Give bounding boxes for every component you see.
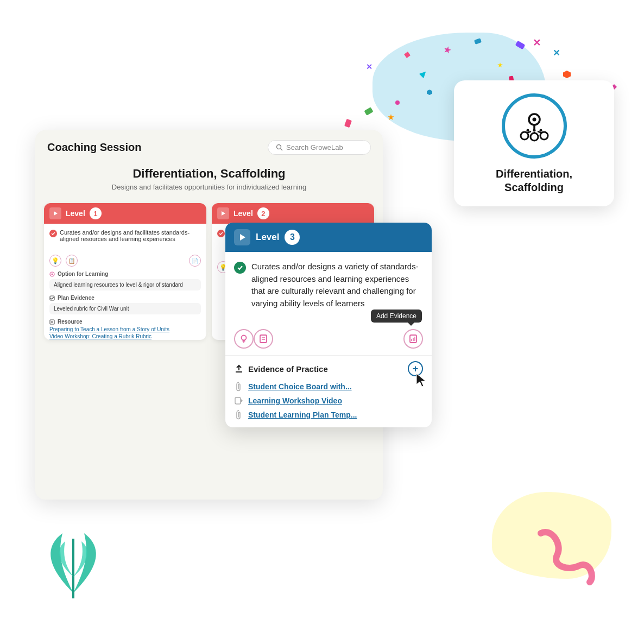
level1-check: Curates and/or designs and facilitates s… (49, 229, 201, 242)
svg-marker-2 (54, 211, 58, 216)
level2-header: Level 2 (212, 203, 374, 224)
svg-line-32 (538, 131, 542, 133)
svg-rect-6 (50, 320, 54, 324)
attachment-icon-2 (234, 410, 244, 420)
search-icon (276, 144, 283, 151)
svg-marker-22 (416, 374, 426, 387)
skill-subtitle: Designs and facilitates opportunities fo… (52, 183, 367, 191)
svg-point-34 (533, 129, 535, 132)
level1-icon-row: 💡 📋 📄 (44, 250, 206, 269)
skill-card: Differentiation, Scaffolding (454, 80, 614, 206)
evidence-link-2[interactable]: Learning Workshop Video (248, 396, 342, 405)
plan-label-l1: Plan Evidence (44, 293, 206, 302)
coaching-header: Coaching Session Search GroweLab (35, 130, 383, 161)
level1-card: Level 1 Curates and/or designs and facil… (44, 203, 206, 340)
svg-rect-23 (235, 397, 241, 404)
coaching-title: Coaching Session (47, 141, 141, 154)
svg-point-4 (52, 273, 53, 275)
level1-label: Level (66, 209, 85, 218)
play-icon-level3 (234, 229, 250, 245)
file-icon-l1: 📄 (189, 255, 201, 267)
option-value-l1: Aligned learning resources to level & ri… (49, 279, 201, 291)
search-bar[interactable]: Search GroweLab (268, 140, 371, 155)
search-placeholder: Search GroweLab (286, 143, 343, 151)
doc-icon-l1: 📋 (66, 255, 78, 267)
level3-num: 3 (285, 230, 300, 245)
upload-icon (234, 364, 244, 374)
option-label-l1: Option for Learning (44, 269, 206, 278)
svg-point-26 (532, 118, 536, 122)
svg-line-1 (281, 149, 282, 150)
level3-check: Curates and/or designs a variety of stan… (234, 261, 423, 310)
cursor-arrow (415, 372, 428, 389)
level1-desc: Curates and/or designs and facilitates s… (60, 229, 201, 242)
doc-list-icon-l3 (254, 329, 273, 349)
svg-marker-10 (240, 234, 245, 241)
lightbulb-icon-l3 (234, 329, 254, 349)
evidence-section-label: Evidence of Practice (248, 364, 328, 374)
level1-header: Level 1 (44, 203, 206, 224)
level3-card: Level 3 Curates and/or designs a variety… (225, 223, 432, 427)
plant-decoration (30, 506, 117, 606)
evidence-section: Evidence of Practice + Student Choice Bo… (225, 355, 432, 427)
check-circle-l1 (49, 230, 57, 237)
level1-num: 1 (90, 207, 102, 219)
level2-num: 2 (257, 207, 269, 219)
add-evidence-btn-wrapper: + (408, 361, 423, 376)
svg-rect-14 (260, 335, 267, 343)
check-circle-l2 (217, 230, 225, 237)
level3-icons-row: Add Evidence (225, 325, 432, 355)
squiggle-decoration (535, 522, 601, 590)
skill-icon-circle (502, 93, 567, 159)
svg-point-11 (242, 336, 247, 340)
skill-main-title: Differentiation, Scaffolding (52, 167, 367, 181)
lightbulb-icon-l1: 💡 (49, 255, 61, 267)
level2-label: Level (233, 209, 253, 218)
doc-chart-icon-l3: Add Evidence (403, 329, 423, 349)
check-circle-l3 (234, 262, 246, 274)
svg-point-0 (277, 145, 281, 149)
attachment-icon-1 (234, 382, 244, 392)
evidence-title: Evidence of Practice + (234, 361, 423, 376)
svg-marker-9 (222, 211, 225, 216)
play-icon-level2 (217, 207, 229, 219)
level3-desc: Curates and/or designs a variety of stan… (251, 261, 423, 310)
svg-point-28 (531, 133, 538, 141)
skill-card-title: Differentiation, Scaffolding (465, 167, 603, 194)
resource-link-1[interactable]: Preparing to Teach a Lesson from a Story… (44, 326, 206, 333)
resource-label-l1: Resource (44, 317, 206, 326)
evidence-item-2: Learning Workshop Video (234, 396, 423, 406)
level1-body: Curates and/or designs and facilitates s… (44, 224, 206, 250)
svg-point-35 (539, 129, 542, 132)
evidence-item-1: Student Choice Board with... (234, 382, 423, 392)
evidence-item-3: Student Learning Plan Temp... (234, 410, 423, 420)
svg-line-30 (527, 131, 531, 133)
add-evidence-tooltip: Add Evidence (371, 310, 422, 323)
skill-title-section: Differentiation, Scaffolding Designs and… (35, 161, 383, 195)
resource-link-2[interactable]: Video Workshop: Creating a Rubrik Rubric (44, 333, 206, 340)
plan-value-l1: Leveled rubric for Civil War unit (49, 303, 201, 314)
svg-marker-24 (241, 399, 243, 403)
svg-point-33 (526, 129, 529, 132)
evidence-link-1[interactable]: Student Choice Board with... (248, 382, 352, 391)
level3-header: Level 3 (225, 223, 432, 252)
level3-label: Level (256, 232, 279, 243)
video-icon-1 (234, 396, 244, 406)
play-icon-level1 (49, 207, 61, 219)
evidence-link-3[interactable]: Student Learning Plan Temp... (248, 411, 357, 419)
